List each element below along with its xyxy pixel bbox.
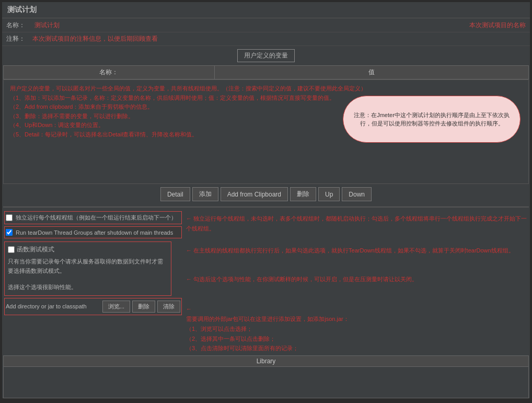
library-header: Library — [3, 355, 529, 367]
user-vars-header: 用户定义的变量 — [2, 46, 530, 65]
debug-checkbox[interactable] — [8, 246, 15, 253]
detail-button[interactable]: Detail — [160, 187, 190, 201]
classpath-annotation: ← 需要调用的外部jar包可以在这里进行添加设置，如添加json.jar： （1… — [186, 295, 528, 353]
divider — [3, 206, 529, 208]
comment-label: 注释： — [6, 34, 32, 43]
name-input[interactable] — [32, 20, 464, 30]
teardown-checkbox[interactable] — [6, 229, 13, 236]
name-row: 名称： 本次测试项目的名称 — [2, 18, 530, 32]
main-container: 测试计划 名称： 本次测试项目的名称 注释： 本次测试项目的注释信息，以便后期回… — [2, 2, 530, 398]
up-button[interactable]: Up — [318, 187, 340, 201]
col-value: 值 — [215, 66, 528, 79]
toolbar: Detail 添加 Add from Clipboard 删除 Up Down — [2, 184, 530, 204]
user-vars-title-btn[interactable]: 用户定义的变量 — [237, 49, 295, 62]
independent-label: 独立运行每个线程程组（例如在一个组运行结束后启动下一个） — [16, 214, 177, 222]
help-text-area: 用户定义的变量，可以以匿名对片一些全局的值，定义为变量，共所有线程组使用。（注意… — [3, 79, 529, 184]
independent-row: 独立运行每个线程程组（例如在一个组运行结束后启动下一个） — [4, 211, 182, 224]
page-title: 测试计划 — [2, 2, 530, 18]
independent-checkbox[interactable] — [6, 214, 13, 221]
browse-button[interactable]: 浏览... — [102, 301, 130, 313]
delete-button[interactable]: 删除 — [290, 187, 316, 201]
library-body[interactable] — [3, 367, 529, 398]
right-column: ← 独立运行每个线程组，未勾选时，表多个线程组时，都随机启动执行；勾选后，多个线… — [186, 210, 528, 353]
independent-annotation-text: 独立运行每个线程组，未勾选时，表多个线程组时，都随机启动执行；勾选后，多个线程组… — [186, 215, 527, 232]
library-section: Library — [3, 355, 529, 398]
comment-value: 本次测试项目的注释信息，以便后期回顾查看 — [32, 34, 158, 43]
classpath-label: Add directory or jar to classpath — [6, 303, 100, 309]
col-name: 名称： — [4, 66, 215, 79]
left-column: 独立运行每个线程程组（例如在一个组运行结束后启动下一个） Run tearDow… — [4, 210, 182, 353]
classpath-clear-button[interactable]: 清除 — [157, 301, 180, 313]
down-button[interactable]: Down — [342, 187, 372, 201]
classpath-row: Add directory or jar to classpath 浏览... … — [4, 298, 182, 315]
debug-detail2: 选择这个选项很影响性能。 — [8, 283, 168, 292]
teardown-label: Run tearDown Thread Groups after shutdow… — [16, 229, 173, 236]
add-button[interactable]: 添加 — [192, 187, 218, 201]
classpath-annotation-text: 需要调用的外部jar包可以在这里进行添加设置，如添加json.jar： （1、浏… — [186, 316, 349, 351]
debug-annotation-text: 勾选后这个选项与性能，在你测试断样的时候，可以开启，但是在压测量时请让以关闭。 — [193, 276, 418, 282]
add-clipboard-button[interactable]: Add from Clipboard — [221, 187, 288, 201]
note-bubble: 注意：在Jmeter中这个测试计划的执行顺序是由上至下依次执行，但是可以使用控制… — [343, 96, 521, 143]
teardown-annotation-text: 在主线程的线程组都执行完行行后，如果勾选此选项，就执行TearDown线程组，如… — [193, 247, 514, 254]
debug-detail1: 只有当你需要记录每个请求从服务器取得的数据到文件时才需要选择函数测试模式。 — [8, 257, 168, 275]
debug-section: 函数测试模式 只有当你需要记录每个请求从服务器取得的数据到文件时才需要选择函数测… — [4, 241, 171, 296]
independent-annotation: ← 独立运行每个线程组，未勾选时，表多个线程组时，都随机启动执行；勾选后，多个线… — [186, 214, 528, 233]
options-section: 独立运行每个线程程组（例如在一个组运行结束后启动下一个） Run tearDow… — [2, 210, 530, 353]
name-hint: 本次测试项目的名称 — [469, 21, 526, 30]
help-line1: 用户定义的变量，可以以匿名对片一些全局的值，定义为变量，共所有线程组使用。（注意… — [10, 84, 522, 94]
comment-row: 注释： 本次测试项目的注释信息，以便后期回顾查看 — [2, 32, 530, 46]
debug-label: 函数测试模式 — [17, 245, 54, 254]
debug-annotation: ← 勾选后这个选项与性能，在你测试断样的时候，可以开启，但是在压测量时请让以关闭… — [186, 274, 528, 284]
vars-table-header: 名称： 值 — [3, 65, 529, 79]
classpath-delete-button[interactable]: 删除 — [132, 301, 155, 313]
name-label: 名称： — [6, 21, 32, 30]
teardown-annotation: ← 在主线程的线程组都执行完行行后，如果勾选此选项，就执行TearDown线程组… — [186, 246, 528, 256]
debug-title-row: 函数测试模式 — [8, 245, 168, 254]
note-text: 注意：在Jmeter中这个测试计划的执行顺序是由上至下依次执行，但是可以使用控制… — [352, 111, 512, 128]
teardown-row: Run tearDown Thread Groups after shutdow… — [4, 226, 182, 238]
